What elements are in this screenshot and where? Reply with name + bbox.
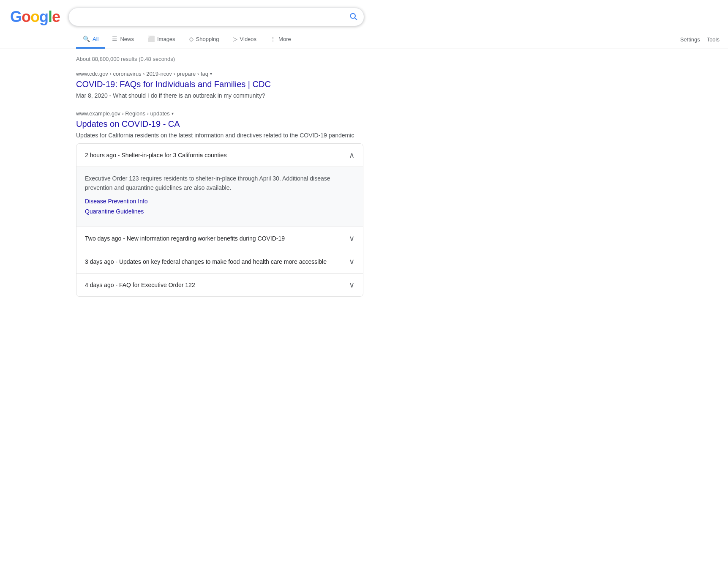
tab-news-label: News — [120, 36, 134, 42]
update-label-2: Two days ago - New information regarding… — [85, 235, 285, 242]
main-content: About 88,800,000 results (0.48 seconds) … — [0, 49, 363, 314]
update-row-4[interactable]: 4 days ago - FAQ for Executive Order 122… — [76, 273, 363, 296]
quarantine-guidelines-link[interactable]: Quarantine Guidelines — [85, 208, 354, 215]
dropdown-arrow-icon[interactable]: ▾ — [210, 71, 212, 76]
update-label-1: 2 hours ago - Shelter-in-place for 3 Cal… — [85, 152, 226, 159]
tab-images-label: Images — [157, 36, 175, 42]
expanded-content-1: Executive Order 123 requires residents t… — [76, 167, 363, 227]
update-label-4: 4 days ago - FAQ for Executive Order 122 — [85, 282, 195, 288]
updates-box: 2 hours ago - Shelter-in-place for 3 Cal… — [76, 143, 363, 297]
header: Google coronavirus in ca — [0, 0, 728, 26]
google-logo: Google — [10, 8, 60, 26]
search-bar-container: coronavirus in ca — [68, 8, 364, 26]
search-result-cdc: www.cdc.gov › coronavirus › 2019-ncov › … — [76, 71, 363, 100]
disease-prevention-link[interactable]: Disease Prevention Info — [85, 198, 354, 205]
settings-link[interactable]: Settings — [680, 36, 700, 43]
tab-news[interactable]: ☰ News — [105, 30, 141, 49]
images-icon: ⬜ — [147, 36, 155, 42]
chevron-up-icon: ∧ — [349, 151, 354, 160]
more-icon: ⋮ — [270, 36, 276, 42]
update-row-1[interactable]: 2 hours ago - Shelter-in-place for 3 Cal… — [76, 144, 363, 167]
shopping-icon: ◇ — [189, 36, 194, 42]
result-title-cdc[interactable]: COVID-19: FAQs for Individuals and Famil… — [76, 79, 363, 90]
update-row-3[interactable]: 3 days ago - Updates on key federal chan… — [76, 250, 363, 273]
tab-videos-label: Videos — [240, 36, 257, 42]
chevron-down-icon-2: ∨ — [349, 234, 354, 243]
result-url-ca: www.example.gov › Regions › updates ▾ — [76, 110, 363, 117]
tab-videos[interactable]: ▷ Videos — [226, 30, 264, 49]
news-icon: ☰ — [112, 36, 117, 42]
search-icon[interactable] — [349, 12, 357, 22]
nav-settings: Settings Tools — [680, 36, 728, 43]
chevron-down-icon-3: ∨ — [349, 257, 354, 266]
svg-line-1 — [355, 18, 357, 20]
result-url-cdc: www.cdc.gov › coronavirus › 2019-ncov › … — [76, 71, 363, 77]
dropdown-arrow-ca-icon[interactable]: ▾ — [172, 111, 174, 116]
tab-all[interactable]: 🔍 All — [76, 30, 105, 49]
result-description-ca: Updates for California residents on the … — [76, 131, 363, 140]
search-input[interactable]: coronavirus in ca — [68, 8, 364, 26]
videos-icon: ▷ — [233, 36, 237, 42]
update-row-2[interactable]: Two days ago - New information regarding… — [76, 227, 363, 250]
result-title-ca[interactable]: Updates on COVID-19 - CA — [76, 118, 363, 129]
tab-more[interactable]: ⋮ More — [263, 30, 298, 49]
tab-all-label: All — [93, 36, 98, 42]
expanded-text-1: Executive Order 123 requires residents t… — [85, 174, 354, 193]
update-label-3: 3 days ago - Updates on key federal chan… — [85, 258, 327, 265]
all-icon: 🔍 — [83, 36, 90, 42]
tab-more-label: More — [278, 36, 291, 42]
nav-tabs: 🔍 All ☰ News ⬜ Images ◇ Shopping ▷ Video… — [0, 26, 728, 49]
tab-shopping-label: Shopping — [196, 36, 219, 42]
search-result-ca: www.example.gov › Regions › updates ▾ Up… — [76, 110, 363, 297]
chevron-down-icon-4: ∨ — [349, 280, 354, 290]
result-count: About 88,800,000 results (0.48 seconds) — [76, 56, 363, 62]
tools-link[interactable]: Tools — [707, 36, 720, 43]
result-snippet-cdc: Mar 8, 2020 - What should I do if there … — [76, 91, 363, 100]
tab-images[interactable]: ⬜ Images — [141, 30, 182, 49]
tab-shopping[interactable]: ◇ Shopping — [182, 30, 226, 49]
